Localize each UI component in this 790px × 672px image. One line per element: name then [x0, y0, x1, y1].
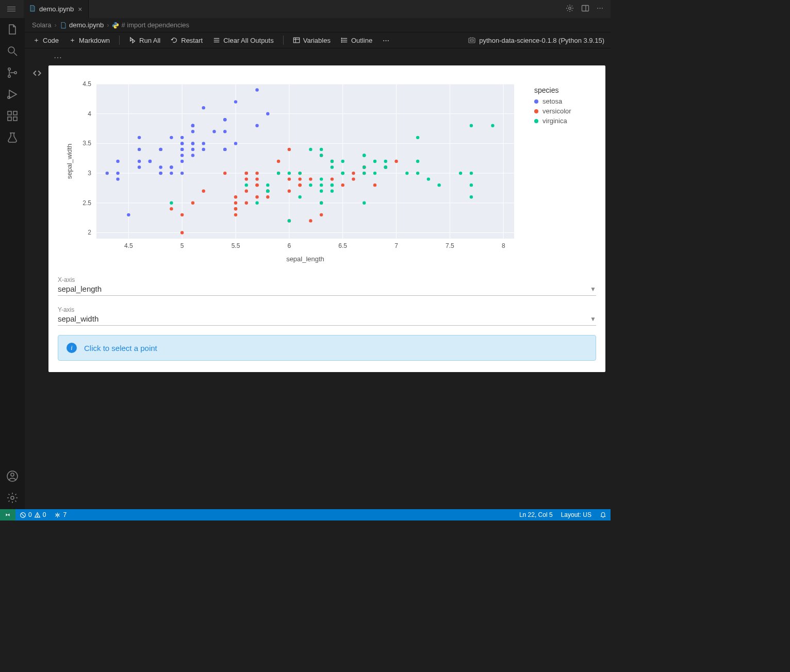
y-axis-select[interactable]: Y-axis sepal_width ▼ [58, 305, 596, 326]
svg-point-66 [138, 165, 141, 169]
legend-label: setosa [542, 97, 562, 105]
layout-indicator[interactable]: Layout: US [557, 511, 596, 518]
breadcrumb-separator: › [107, 21, 109, 29]
svg-point-121 [352, 177, 355, 180]
svg-point-192 [416, 172, 419, 175]
svg-point-178 [331, 160, 334, 163]
svg-point-174 [331, 189, 334, 192]
svg-point-193 [437, 183, 440, 187]
variables-button[interactable]: Variables [291, 36, 333, 45]
svg-point-84 [191, 130, 194, 133]
svg-point-150 [320, 213, 323, 216]
cell-more-icon[interactable]: ⋯ [30, 52, 605, 65]
svg-point-189 [309, 183, 312, 187]
settings-gear-icon[interactable] [566, 4, 574, 14]
run-all-button[interactable]: Run All [127, 36, 162, 45]
svg-point-177 [266, 183, 269, 187]
ports-button[interactable]: 7 [50, 509, 71, 520]
svg-point-76 [106, 172, 109, 175]
svg-point-109 [191, 124, 194, 127]
clear-outputs-button[interactable]: Clear All Outputs [211, 36, 276, 45]
restart-button[interactable]: Restart [169, 36, 205, 45]
notifications-icon[interactable] [596, 511, 611, 518]
code-glyph-icon[interactable] [32, 69, 42, 79]
svg-point-69 [138, 148, 141, 151]
tab-title: demo.ipynb [39, 5, 74, 13]
breadcrumb-root[interactable]: Solara [32, 21, 52, 29]
svg-point-201 [288, 172, 291, 175]
editor-tab[interactable]: demo.ipynb × [24, 0, 89, 18]
svg-point-95 [202, 106, 205, 109]
svg-point-126 [298, 177, 301, 180]
panel-layout-icon[interactable] [581, 4, 589, 14]
svg-point-204 [384, 165, 387, 169]
svg-point-176 [255, 201, 258, 205]
outline-button[interactable]: Outline [339, 36, 374, 45]
svg-point-132 [245, 201, 248, 205]
breadcrumb-symbol[interactable]: # import dependencies [112, 21, 189, 29]
svg-point-160 [309, 177, 312, 180]
svg-point-111 [212, 130, 216, 133]
menu-icon[interactable] [4, 4, 19, 14]
legend-item[interactable]: setosa [534, 97, 596, 105]
svg-text:sepal_width: sepal_width [65, 144, 73, 179]
legend-title: species [534, 86, 596, 94]
source-control-icon[interactable] [6, 66, 19, 79]
search-icon[interactable] [6, 45, 19, 57]
add-markdown-button[interactable]: ＋Markdown [67, 35, 112, 46]
svg-rect-12 [13, 117, 17, 121]
manage-gear-icon[interactable] [6, 492, 19, 504]
svg-point-86 [191, 154, 194, 157]
svg-point-197 [298, 195, 301, 198]
svg-point-158 [255, 172, 258, 175]
svg-point-199 [320, 148, 323, 151]
scatter-plot[interactable]: 4.555.566.577.5822.533.544.5sepal_length… [58, 74, 527, 264]
svg-point-5 [8, 68, 10, 70]
svg-text:2.5: 2.5 [83, 199, 91, 207]
svg-point-25 [341, 38, 342, 39]
svg-point-162 [255, 183, 258, 187]
extensions-icon[interactable] [6, 110, 19, 122]
x-axis-label: X-axis [58, 276, 596, 283]
svg-point-210 [341, 172, 344, 175]
svg-point-106 [180, 142, 184, 145]
accounts-icon[interactable] [6, 470, 19, 482]
explorer-icon[interactable] [6, 23, 19, 36]
add-code-button[interactable]: ＋Code [31, 35, 61, 46]
breadcrumb-file[interactable]: demo.ipynb [60, 21, 104, 29]
toolbar-more-icon[interactable]: ⋯ [381, 36, 391, 45]
svg-point-188 [416, 160, 419, 163]
svg-point-7 [14, 72, 17, 74]
info-banner: i Click to select a point [58, 335, 596, 361]
run-debug-icon[interactable] [6, 88, 19, 100]
legend-item[interactable]: versicolor [534, 107, 596, 115]
svg-line-214 [22, 513, 25, 516]
more-icon[interactable]: ⋯ [597, 4, 603, 14]
svg-point-208 [363, 172, 366, 175]
svg-text:3.5: 3.5 [83, 140, 91, 147]
legend-item[interactable]: virginica [534, 117, 596, 125]
svg-point-108 [159, 172, 162, 175]
svg-point-80 [191, 142, 194, 145]
svg-point-195 [331, 183, 334, 187]
close-tab-icon[interactable]: × [77, 5, 83, 13]
svg-point-146 [288, 189, 291, 192]
svg-point-175 [373, 172, 376, 175]
svg-point-101 [116, 172, 119, 175]
svg-point-157 [245, 189, 248, 192]
cursor-position[interactable]: Ln 22, Col 5 [515, 511, 557, 518]
svg-point-169 [170, 201, 173, 205]
svg-rect-29 [470, 40, 473, 41]
x-axis-select[interactable]: X-axis sepal_length ▼ [58, 275, 596, 296]
svg-point-203 [363, 165, 366, 169]
svg-point-207 [363, 154, 366, 157]
remote-indicator[interactable] [0, 509, 15, 520]
svg-point-113 [394, 160, 398, 163]
svg-point-120 [170, 207, 173, 210]
kernel-selector[interactable]: python-data-science-0.1.8 (Python 3.9.15… [468, 36, 604, 44]
testing-icon[interactable] [6, 131, 19, 144]
svg-point-159 [255, 177, 258, 180]
info-text: Click to select a point [84, 344, 157, 352]
problems-button[interactable]: 0 0 [15, 509, 50, 520]
toolbar-divider [119, 36, 120, 45]
